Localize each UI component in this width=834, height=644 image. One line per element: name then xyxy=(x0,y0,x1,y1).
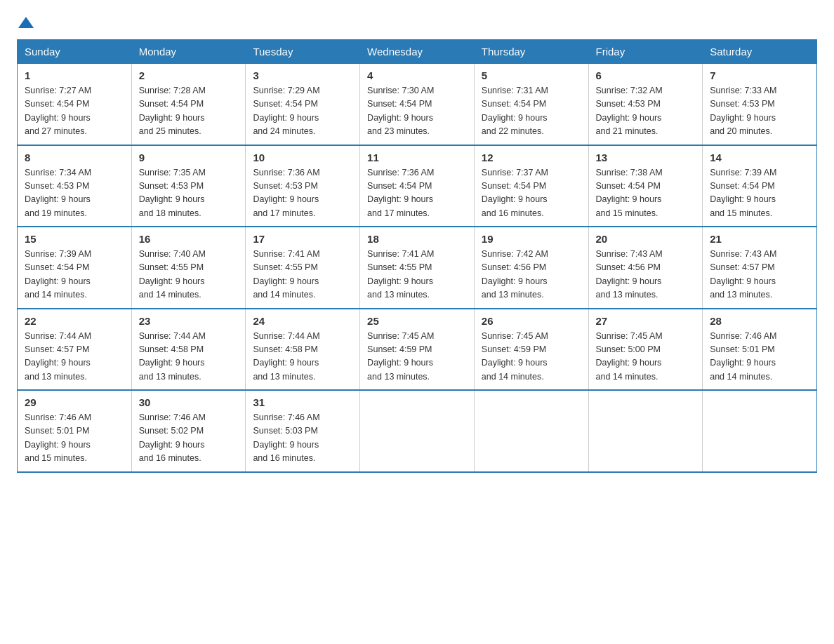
day-info: Sunrise: 7:46 AMSunset: 5:01 PMDaylight:… xyxy=(25,411,124,466)
day-info: Sunrise: 7:46 AMSunset: 5:03 PMDaylight:… xyxy=(253,411,352,466)
calendar-day-cell: 11Sunrise: 7:36 AMSunset: 4:54 PMDayligh… xyxy=(360,145,475,227)
calendar-day-cell: 30Sunrise: 7:46 AMSunset: 5:02 PMDayligh… xyxy=(131,390,246,472)
day-info: Sunrise: 7:46 AMSunset: 5:02 PMDaylight:… xyxy=(139,411,239,466)
calendar-day-cell: 1Sunrise: 7:27 AMSunset: 4:54 PMDaylight… xyxy=(18,64,132,145)
page-header xyxy=(17,17,817,27)
logo-icon xyxy=(18,15,34,31)
day-info: Sunrise: 7:39 AMSunset: 4:54 PMDaylight:… xyxy=(710,166,809,221)
day-info: Sunrise: 7:28 AMSunset: 4:54 PMDaylight:… xyxy=(139,84,239,139)
day-number: 19 xyxy=(482,233,581,245)
day-number: 15 xyxy=(25,233,124,245)
weekday-header-thursday: Thursday xyxy=(474,40,588,64)
calendar-day-cell: 4Sunrise: 7:30 AMSunset: 4:54 PMDaylight… xyxy=(360,64,475,145)
day-number: 2 xyxy=(139,69,239,81)
weekday-header-sunday: Sunday xyxy=(18,40,132,64)
day-number: 17 xyxy=(253,233,352,245)
day-number: 28 xyxy=(710,315,809,327)
day-info: Sunrise: 7:44 AMSunset: 4:57 PMDaylight:… xyxy=(25,330,124,384)
day-info: Sunrise: 7:29 AMSunset: 4:54 PMDaylight:… xyxy=(253,84,352,139)
day-number: 13 xyxy=(596,152,696,163)
calendar-day-cell: 6Sunrise: 7:32 AMSunset: 4:53 PMDaylight… xyxy=(588,64,703,145)
calendar-week-row: 22Sunrise: 7:44 AMSunset: 4:57 PMDayligh… xyxy=(18,309,817,391)
day-number: 22 xyxy=(25,315,124,327)
day-number: 9 xyxy=(139,152,239,163)
calendar-day-cell: 27Sunrise: 7:45 AMSunset: 5:00 PMDayligh… xyxy=(588,309,703,391)
calendar-table: SundayMondayTuesdayWednesdayThursdayFrid… xyxy=(17,39,817,473)
day-number: 25 xyxy=(367,315,467,327)
day-info: Sunrise: 7:44 AMSunset: 4:58 PMDaylight:… xyxy=(253,330,352,384)
day-number: 31 xyxy=(253,396,352,408)
calendar-week-row: 8Sunrise: 7:34 AMSunset: 4:53 PMDaylight… xyxy=(18,145,817,227)
calendar-day-cell: 17Sunrise: 7:41 AMSunset: 4:55 PMDayligh… xyxy=(246,227,360,309)
day-info: Sunrise: 7:27 AMSunset: 4:54 PMDaylight:… xyxy=(25,84,124,139)
weekday-header-row: SundayMondayTuesdayWednesdayThursdayFrid… xyxy=(18,40,817,64)
day-info: Sunrise: 7:45 AMSunset: 4:59 PMDaylight:… xyxy=(367,330,467,384)
day-number: 26 xyxy=(482,315,581,327)
day-info: Sunrise: 7:31 AMSunset: 4:54 PMDaylight:… xyxy=(482,84,581,139)
calendar-day-cell: 18Sunrise: 7:41 AMSunset: 4:55 PMDayligh… xyxy=(360,227,475,309)
calendar-day-cell: 21Sunrise: 7:43 AMSunset: 4:57 PMDayligh… xyxy=(703,227,817,309)
day-number: 5 xyxy=(482,69,581,81)
day-info: Sunrise: 7:36 AMSunset: 4:53 PMDaylight:… xyxy=(253,166,352,221)
day-number: 14 xyxy=(710,152,809,163)
day-info: Sunrise: 7:34 AMSunset: 4:53 PMDaylight:… xyxy=(25,166,124,221)
calendar-day-cell: 24Sunrise: 7:44 AMSunset: 4:58 PMDayligh… xyxy=(246,309,360,391)
calendar-day-cell: 14Sunrise: 7:39 AMSunset: 4:54 PMDayligh… xyxy=(703,145,817,227)
day-number: 8 xyxy=(25,152,124,163)
day-info: Sunrise: 7:44 AMSunset: 4:58 PMDaylight:… xyxy=(139,330,239,384)
calendar-day-cell: 13Sunrise: 7:38 AMSunset: 4:54 PMDayligh… xyxy=(588,145,703,227)
empty-calendar-cell xyxy=(474,390,588,472)
day-number: 10 xyxy=(253,152,352,163)
day-info: Sunrise: 7:30 AMSunset: 4:54 PMDaylight:… xyxy=(367,84,467,139)
calendar-day-cell: 8Sunrise: 7:34 AMSunset: 4:53 PMDaylight… xyxy=(18,145,132,227)
day-number: 18 xyxy=(367,233,467,245)
day-info: Sunrise: 7:32 AMSunset: 4:53 PMDaylight:… xyxy=(596,84,696,139)
calendar-day-cell: 31Sunrise: 7:46 AMSunset: 5:03 PMDayligh… xyxy=(246,390,360,472)
calendar-day-cell: 19Sunrise: 7:42 AMSunset: 4:56 PMDayligh… xyxy=(474,227,588,309)
empty-calendar-cell xyxy=(360,390,475,472)
empty-calendar-cell xyxy=(588,390,703,472)
day-number: 20 xyxy=(596,233,696,245)
calendar-day-cell: 12Sunrise: 7:37 AMSunset: 4:54 PMDayligh… xyxy=(474,145,588,227)
day-number: 23 xyxy=(139,315,239,327)
day-number: 21 xyxy=(710,233,809,245)
calendar-day-cell: 5Sunrise: 7:31 AMSunset: 4:54 PMDaylight… xyxy=(474,64,588,145)
calendar-week-row: 15Sunrise: 7:39 AMSunset: 4:54 PMDayligh… xyxy=(18,227,817,309)
calendar-day-cell: 23Sunrise: 7:44 AMSunset: 4:58 PMDayligh… xyxy=(131,309,246,391)
day-number: 11 xyxy=(367,152,467,163)
calendar-day-cell: 7Sunrise: 7:33 AMSunset: 4:53 PMDaylight… xyxy=(703,64,817,145)
calendar-day-cell: 26Sunrise: 7:45 AMSunset: 4:59 PMDayligh… xyxy=(474,309,588,391)
day-number: 24 xyxy=(253,315,352,327)
day-number: 3 xyxy=(253,69,352,81)
day-number: 7 xyxy=(710,69,809,81)
day-number: 29 xyxy=(25,396,124,408)
day-info: Sunrise: 7:45 AMSunset: 5:00 PMDaylight:… xyxy=(596,330,696,384)
day-info: Sunrise: 7:38 AMSunset: 4:54 PMDaylight:… xyxy=(596,166,696,221)
empty-calendar-cell xyxy=(703,390,817,472)
day-info: Sunrise: 7:43 AMSunset: 4:57 PMDaylight:… xyxy=(710,248,809,302)
weekday-header-monday: Monday xyxy=(131,40,246,64)
calendar-day-cell: 15Sunrise: 7:39 AMSunset: 4:54 PMDayligh… xyxy=(18,227,132,309)
calendar-day-cell: 22Sunrise: 7:44 AMSunset: 4:57 PMDayligh… xyxy=(18,309,132,391)
day-info: Sunrise: 7:41 AMSunset: 4:55 PMDaylight:… xyxy=(367,248,467,302)
logo xyxy=(17,17,34,27)
calendar-day-cell: 3Sunrise: 7:29 AMSunset: 4:54 PMDaylight… xyxy=(246,64,360,145)
day-info: Sunrise: 7:40 AMSunset: 4:55 PMDaylight:… xyxy=(139,248,239,302)
calendar-week-row: 1Sunrise: 7:27 AMSunset: 4:54 PMDaylight… xyxy=(18,64,817,145)
day-info: Sunrise: 7:39 AMSunset: 4:54 PMDaylight:… xyxy=(25,248,124,302)
day-info: Sunrise: 7:36 AMSunset: 4:54 PMDaylight:… xyxy=(367,166,467,221)
weekday-header-tuesday: Tuesday xyxy=(246,40,360,64)
weekday-header-saturday: Saturday xyxy=(703,40,817,64)
day-info: Sunrise: 7:33 AMSunset: 4:53 PMDaylight:… xyxy=(710,84,809,139)
calendar-day-cell: 9Sunrise: 7:35 AMSunset: 4:53 PMDaylight… xyxy=(131,145,246,227)
day-info: Sunrise: 7:37 AMSunset: 4:54 PMDaylight:… xyxy=(482,166,581,221)
calendar-day-cell: 2Sunrise: 7:28 AMSunset: 4:54 PMDaylight… xyxy=(131,64,246,145)
day-number: 16 xyxy=(139,233,239,245)
day-number: 4 xyxy=(367,69,467,81)
day-info: Sunrise: 7:45 AMSunset: 4:59 PMDaylight:… xyxy=(482,330,581,384)
calendar-day-cell: 29Sunrise: 7:46 AMSunset: 5:01 PMDayligh… xyxy=(18,390,132,472)
weekday-header-friday: Friday xyxy=(588,40,703,64)
calendar-week-row: 29Sunrise: 7:46 AMSunset: 5:01 PMDayligh… xyxy=(18,390,817,472)
calendar-day-cell: 25Sunrise: 7:45 AMSunset: 4:59 PMDayligh… xyxy=(360,309,475,391)
day-number: 27 xyxy=(596,315,696,327)
